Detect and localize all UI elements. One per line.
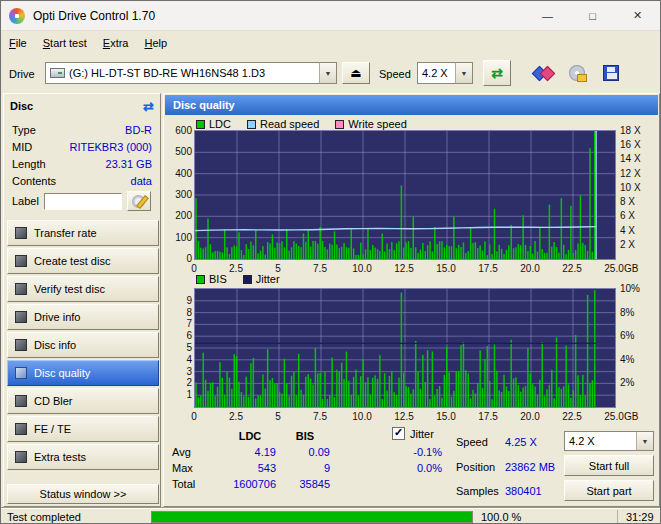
- menu-help[interactable]: Help: [136, 32, 175, 54]
- disc-tools-icon: [569, 65, 585, 81]
- refresh-drives-icon[interactable]: ⇄: [483, 60, 511, 86]
- stat-row-label: Total: [172, 478, 195, 490]
- axis-tick: 2%: [620, 377, 650, 388]
- axis-tick: 22.5: [555, 411, 589, 422]
- field-label: Length: [12, 156, 46, 173]
- axis-tick: 5: [166, 342, 192, 353]
- test-discs-icon[interactable]: [529, 60, 557, 86]
- sidebar-item-label: FE / TE: [34, 423, 71, 435]
- status-bar: Test completed 100.0 % 31:29: [1, 508, 660, 524]
- stat-ldc-value: 4.19: [224, 446, 276, 458]
- label-row: Label: [4, 191, 160, 211]
- status-text: Test completed: [7, 511, 81, 523]
- chevron-down-icon[interactable]: ▼: [636, 432, 653, 450]
- statusbar-divider: [617, 510, 618, 524]
- axis-tick: 2.5: [219, 411, 253, 422]
- axis-tick: 10%: [620, 283, 650, 294]
- save-icon[interactable]: [597, 60, 625, 86]
- progress-percent: 100.0 %: [481, 511, 521, 523]
- axis-tick: 16 X: [620, 139, 650, 150]
- speed-result-value: 4.25 X: [505, 436, 537, 448]
- title-bar: Opti Drive Control 1.70 — □ ✕: [1, 1, 660, 31]
- speed-select[interactable]: 4.2 X ▼: [417, 62, 473, 84]
- stat-row-label: Max: [172, 462, 193, 474]
- sidebar-item-extra-tests[interactable]: Extra tests: [7, 444, 159, 470]
- speed-label: Speed: [379, 68, 411, 80]
- label-input[interactable]: [44, 193, 122, 210]
- verify-test-disc-icon: [15, 283, 27, 295]
- test-speed-select[interactable]: 4.2 X ▼: [564, 431, 654, 451]
- disc-tools-icon[interactable]: [563, 60, 591, 86]
- window-title: Opti Drive Control 1.70: [33, 9, 155, 23]
- axis-tick: 17.5: [471, 411, 505, 422]
- field-label: MID: [12, 139, 32, 156]
- start-full-button[interactable]: Start full: [564, 455, 654, 476]
- disc-quality-icon: [15, 367, 27, 379]
- stat-row-label: Avg: [172, 446, 191, 458]
- elapsed-time: 31:29: [626, 511, 654, 523]
- axis-tick: 300: [166, 189, 192, 200]
- stat-ldc-value: 543: [224, 462, 276, 474]
- chevron-down-icon[interactable]: ▼: [455, 63, 472, 83]
- refresh-disc-icon[interactable]: ⇄: [143, 99, 154, 114]
- menu-start-test[interactable]: Start test: [35, 32, 95, 54]
- disc-quality-panel: Disc quality LDCRead speedWrite speed BI…: [163, 93, 660, 507]
- axis-tick: 7.5: [303, 411, 337, 422]
- axis-tick: 14 X: [620, 153, 650, 164]
- stat-bis-value: 0.09: [280, 446, 330, 458]
- axis-tick: 5: [261, 411, 295, 422]
- stat-jitter-value: -0.1%: [398, 446, 442, 458]
- sidebar-item-transfer-rate[interactable]: Transfer rate: [7, 220, 159, 246]
- close-button[interactable]: ✕: [615, 1, 660, 30]
- axis-tick: 10 X: [620, 182, 650, 193]
- sidebar-item-disc-quality[interactable]: Disc quality: [7, 360, 159, 386]
- stat-jitter-value: 0.0%: [398, 462, 442, 474]
- sidebar-item-create-test-disc[interactable]: Create test disc: [7, 248, 159, 274]
- start-part-button[interactable]: Start part: [564, 480, 654, 501]
- sidebar-item-disc-info[interactable]: Disc info: [7, 332, 159, 358]
- sidebar-item-verify-test-disc[interactable]: Verify test disc: [7, 276, 159, 302]
- drive-icon: [50, 68, 65, 78]
- toolbar: Drive (G:) HL-DT-ST BD-RE WH16NS48 1.D3 …: [1, 54, 660, 92]
- axis-tick: 17.5: [471, 263, 505, 274]
- drive-select[interactable]: (G:) HL-DT-ST BD-RE WH16NS48 1.D3 ▼: [45, 62, 337, 84]
- edit-label-button[interactable]: [127, 191, 151, 211]
- stat-bis-value: 9: [280, 462, 330, 474]
- sidebar-item-cd-bler[interactable]: CD Bler: [7, 388, 159, 414]
- axis-tick: 20.0: [513, 263, 547, 274]
- sidebar-buttons: Transfer rateCreate test discVerify test…: [7, 220, 159, 472]
- axis-tick: 2: [166, 377, 192, 388]
- sidebar-item-label: CD Bler: [34, 395, 73, 407]
- progress-bar: [151, 511, 473, 523]
- sidebar-item-fe-te[interactable]: FE / TE: [7, 416, 159, 442]
- axis-tick: 4%: [620, 354, 650, 365]
- maximize-button[interactable]: □: [570, 1, 615, 30]
- chevron-down-icon[interactable]: ▼: [319, 63, 336, 83]
- jitter-checkbox-label: Jitter: [410, 428, 434, 440]
- menu-extra[interactable]: Extra: [95, 32, 137, 54]
- create-test-disc-icon: [15, 255, 27, 267]
- axis-tick: 2.5: [219, 263, 253, 274]
- sidebar-item-label: Transfer rate: [34, 227, 97, 239]
- axis-tick: 4 X: [620, 225, 650, 236]
- axis-tick: 6: [166, 330, 192, 341]
- axis-tick: 4: [166, 354, 192, 365]
- axis-tick: 1: [166, 389, 192, 400]
- stat-bis-value: 35845: [280, 478, 330, 490]
- axis-tick: 100: [166, 232, 192, 243]
- status-window-button[interactable]: Status window >>: [7, 484, 159, 504]
- menu-bar: FileStart testExtraHelp: [1, 32, 660, 54]
- fe-te-icon: [15, 423, 27, 435]
- samples-label: Samples: [456, 485, 499, 497]
- eject-button[interactable]: ⏏: [342, 62, 370, 84]
- menu-file[interactable]: File: [1, 32, 35, 54]
- jitter-checkbox[interactable]: ✓: [392, 427, 405, 440]
- position-value: 23862 MB: [505, 461, 555, 473]
- test-speed-value: 4.2 X: [565, 435, 636, 447]
- speed-select-value: 4.2 X: [418, 67, 455, 79]
- sidebar-item-drive-info[interactable]: Drive info: [7, 304, 159, 330]
- minimize-button[interactable]: —: [525, 1, 570, 30]
- check-icon: ✓: [394, 426, 403, 439]
- disc-section-header: Disc ⇄: [4, 94, 160, 118]
- sidebar-item-label: Extra tests: [34, 451, 86, 463]
